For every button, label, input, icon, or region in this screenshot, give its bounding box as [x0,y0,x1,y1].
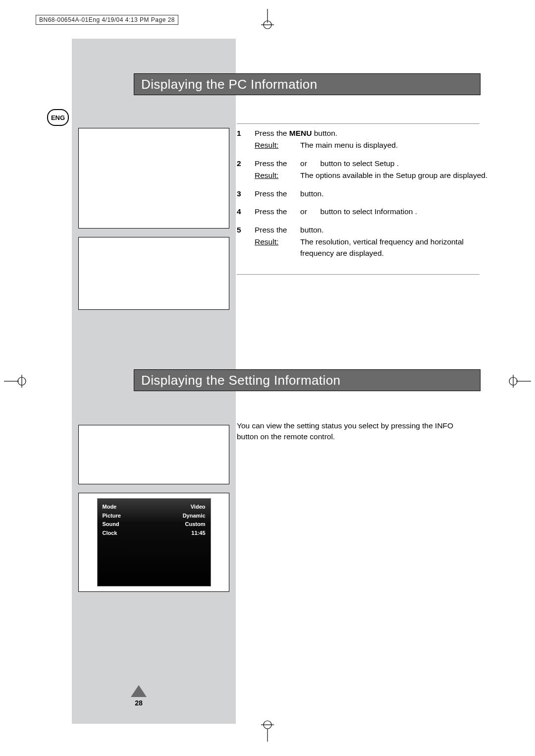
step-text: button to select Setup . [318,159,399,168]
osd-key: Sound [103,520,119,529]
osd-row: Picture Dynamic [103,512,206,521]
result-label: Result: [255,140,300,151]
step-text: Press the [255,189,289,198]
osd-row: Sound Custom [103,520,206,529]
section-title-setting-information: Displaying the Setting Information [134,369,481,391]
manual-page: BN68-00654A-01Eng 4/19/04 4:13 PM Page 2… [0,0,535,756]
crop-mark-bottom [258,720,277,744]
osd-inner: Mode Video Picture Dynamic Sound Custom … [97,498,211,586]
osd-val: 11:45 [191,529,205,538]
page-number-triangle-icon [131,685,147,697]
osd-val: Video [191,503,206,512]
result-text: The options available in the Setup group… [300,170,489,181]
illustration-placeholder-1 [78,128,229,229]
osd-val: Dynamic [183,512,206,521]
step-row: 3 Press the button. [237,188,489,199]
step-number: 1 [237,128,255,151]
illustration-placeholder-2 [78,237,229,310]
osd-row: Mode Video [103,503,206,512]
page-number-block: 28 [124,685,154,707]
instruction-steps: 1 Press the MENU button. Result: The mai… [237,128,489,266]
step-number: 5 [237,225,255,259]
step-row: 5 Press the button. Result: The resoluti… [237,225,489,259]
crop-mark-left [4,372,29,393]
divider [237,123,480,124]
step-body: Press the MENU button. Result: The main … [255,128,489,151]
step-text: button. [298,226,324,234]
crop-mark-right [506,372,531,393]
step-text: button. [312,129,337,137]
step-row: 2 Press the or button to select Setup . … [237,158,489,181]
step-body: Press the or button to select Setup . Re… [255,158,489,181]
step-text: or [298,159,309,168]
step-row: 1 Press the MENU button. Result: The mai… [237,128,489,151]
osd-key: Picture [103,512,121,521]
osd-key: Mode [103,503,117,512]
step-text: button. [298,189,324,198]
language-badge: ENG [47,109,69,126]
step-row: 4 Press the or button to select Informat… [237,206,489,217]
section2-paragraph: You can view the setting status you sele… [237,420,470,442]
step-text: button to select Information . [318,207,417,216]
step-text: or [298,207,309,216]
result-label: Result: [255,236,300,259]
prepress-header: BN68-00654A-01Eng 4/19/04 4:13 PM Page 2… [36,15,178,25]
osd-val: Custom [185,520,206,529]
step-body: Press the button. Result: The resolution… [255,225,489,259]
osd-info-box: Mode Video Picture Dynamic Sound Custom … [78,493,229,592]
step-number: 3 [237,188,255,199]
step-number: 4 [237,206,255,217]
section-title-text: Displaying the PC Information [141,77,318,92]
osd-key: Clock [103,529,117,538]
osd-row: Clock 11:45 [103,529,206,538]
step-body: Press the or button to select Informatio… [255,206,489,217]
section-title-pc-information: Displaying the PC Information [134,73,481,95]
section-title-text: Displaying the Setting Information [141,373,340,388]
step-text: Press the [255,159,289,168]
divider [237,274,480,275]
step-body: Press the button. [255,188,489,199]
menu-bold: MENU [289,129,312,137]
result-text: The resolution, vertical frequency and h… [300,236,489,259]
page-number: 28 [124,699,154,707]
step-number: 2 [237,158,255,181]
step-text: Press the [255,129,289,137]
step-text: Press the [255,226,289,234]
step-text: Press the [255,207,289,216]
result-text: The main menu is displayed. [300,140,489,151]
remote-illustration-box: MENU TIMER INFO EXIT [78,425,229,484]
crop-mark-top [258,9,277,31]
result-label: Result: [255,170,300,181]
